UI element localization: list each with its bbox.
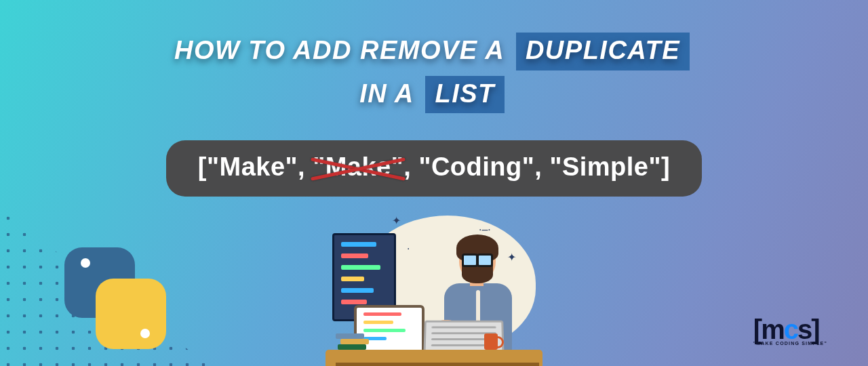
code-rest: , "Coding", "Simple"] bbox=[403, 152, 670, 181]
logo-s: s bbox=[797, 314, 811, 344]
mug-icon bbox=[484, 333, 498, 350]
mcs-logo: [mcs] "MAKE CODING SIMPLE" bbox=[753, 314, 827, 346]
title-highlight-duplicate: DUPLICATE bbox=[516, 33, 690, 70]
code-struck-duplicate: "Make" bbox=[313, 152, 403, 182]
logo-m: m bbox=[761, 314, 784, 344]
programmer-illustration: ✦·–· ✦· bbox=[305, 210, 563, 366]
logo-tagline: "MAKE CODING SIMPLE" bbox=[753, 341, 827, 346]
title-highlight-list: LIST bbox=[425, 76, 504, 114]
python-logo-icon bbox=[64, 247, 166, 349]
code-example: ["Make", "Make", "Coding", "Simple"] bbox=[166, 140, 702, 197]
title-part1: HOW TO ADD REMOVE A bbox=[174, 36, 504, 64]
code-open: ["Make", bbox=[198, 152, 313, 181]
logo-bracket-open: [ bbox=[753, 314, 761, 344]
logo-bracket-close: ] bbox=[811, 314, 818, 344]
title: HOW TO ADD REMOVE A DUPLICATE IN A LIST bbox=[0, 0, 868, 113]
title-part2: IN A bbox=[359, 79, 413, 108]
logo-c: c bbox=[784, 314, 797, 344]
